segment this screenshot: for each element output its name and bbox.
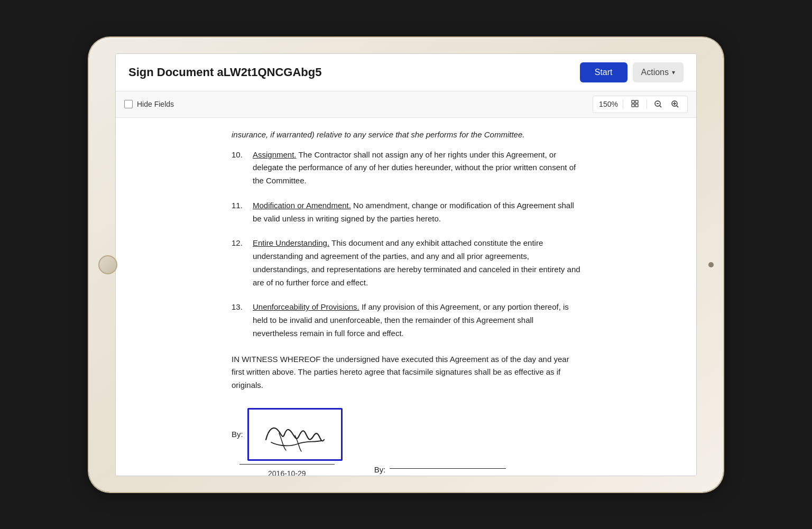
by-label-1: By: bbox=[232, 428, 243, 441]
item-number: 10. bbox=[232, 149, 246, 188]
list-item: 11. Modification or Amendment. No amendm… bbox=[232, 199, 580, 226]
signature-block-1: By: bbox=[232, 408, 343, 476]
zoom-out-button[interactable] bbox=[651, 99, 665, 109]
list-item: 12. Entire Understanding. This document … bbox=[232, 237, 580, 289]
hide-fields-area: Hide Fields bbox=[124, 100, 174, 108]
list-item: 10. Assignment. The Contractor shall not… bbox=[232, 149, 580, 188]
item-title: Modification or Amendment. bbox=[253, 201, 351, 210]
hide-fields-label: Hide Fields bbox=[137, 100, 174, 108]
zoom-fit-button[interactable] bbox=[628, 98, 642, 110]
page-title: Sign Document aLW2t1QNCGAbg5 bbox=[128, 66, 321, 79]
svg-rect-0 bbox=[632, 100, 634, 103]
header: Sign Document aLW2t1QNCGAbg5 Start Actio… bbox=[116, 54, 696, 91]
start-button[interactable]: Start bbox=[580, 62, 628, 82]
zoom-value: 150% bbox=[598, 100, 619, 108]
zoom-in-button[interactable] bbox=[668, 99, 682, 109]
item-number: 13. bbox=[232, 301, 246, 340]
signature-box[interactable] bbox=[247, 408, 343, 461]
by-label-2: By: bbox=[374, 463, 386, 475]
tablet-frame: Sign Document aLW2t1QNCGAbg5 Start Actio… bbox=[89, 38, 723, 492]
chevron-down-icon: ▾ bbox=[672, 69, 675, 76]
svg-rect-3 bbox=[635, 104, 638, 107]
signature-blank[interactable] bbox=[390, 468, 506, 469]
document-content: insurance, if warranted) relative to any… bbox=[116, 118, 696, 476]
toolbar: Hide Fields 150% bbox=[116, 91, 696, 118]
zoom-controls: 150% bbox=[593, 96, 688, 113]
signature-line-area-1: By: bbox=[232, 408, 343, 461]
item-body-text: The Contractor shall not assign any of h… bbox=[253, 150, 576, 185]
witness-text: IN WITNESS WHEREOF the undersigned have … bbox=[232, 353, 580, 392]
signature-underline bbox=[239, 464, 335, 465]
hide-fields-checkbox[interactable] bbox=[124, 100, 133, 108]
witness-block: IN WITNESS WHEREOF the undersigned have … bbox=[232, 353, 580, 476]
divider bbox=[647, 99, 647, 109]
signature-date: 2016-10-29 bbox=[268, 468, 306, 476]
header-actions: Start Actions ▾ bbox=[580, 62, 684, 82]
item-title: Assignment. bbox=[253, 150, 297, 159]
svg-line-10 bbox=[677, 106, 678, 107]
divider bbox=[623, 99, 623, 109]
doc-intro-text: insurance, if warranted) relative to any… bbox=[232, 128, 580, 141]
app-window: Sign Document aLW2t1QNCGAbg5 Start Actio… bbox=[115, 53, 697, 476]
list-item: 13. Unenforceability of Provisions. If a… bbox=[232, 301, 580, 340]
item-title: Unenforceability of Provisions. bbox=[253, 302, 359, 311]
document-text: insurance, if warranted) relative to any… bbox=[232, 128, 580, 476]
signature-block-2: By: bbox=[374, 463, 506, 475]
svg-rect-1 bbox=[635, 100, 638, 103]
item-number: 11. bbox=[232, 199, 246, 226]
item-title: Entire Understanding. bbox=[253, 238, 329, 247]
signatures-row: By: bbox=[232, 408, 580, 476]
signature-image bbox=[255, 413, 335, 456]
svg-line-6 bbox=[660, 106, 661, 107]
item-number: 12. bbox=[232, 237, 246, 289]
signature-line-area-2: By: bbox=[374, 463, 506, 475]
actions-button[interactable]: Actions ▾ bbox=[633, 62, 684, 82]
svg-rect-2 bbox=[632, 104, 634, 107]
